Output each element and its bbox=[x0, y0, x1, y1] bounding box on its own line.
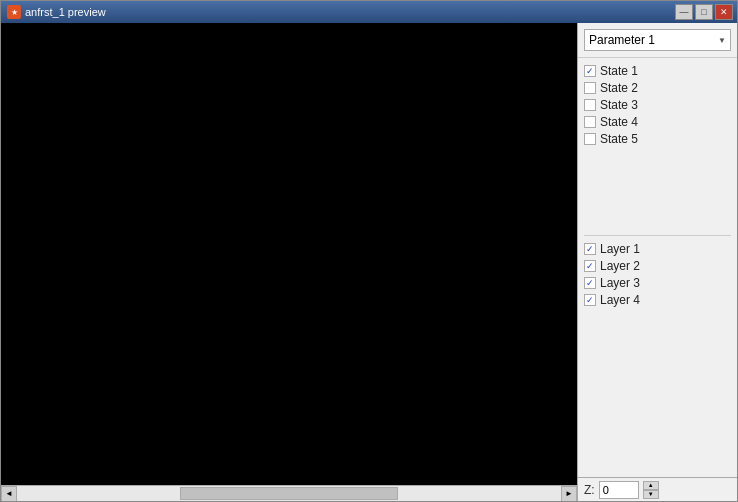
close-button[interactable]: ✕ bbox=[715, 4, 733, 20]
layer-item-1[interactable]: Layer 1 bbox=[584, 242, 731, 256]
state-4-checkbox[interactable] bbox=[584, 116, 596, 128]
dropdown-arrow-icon: ▼ bbox=[718, 36, 726, 45]
dropdown-label: Parameter 1 bbox=[589, 33, 655, 47]
layer-item-2[interactable]: Layer 2 bbox=[584, 259, 731, 273]
state-4-label: State 4 bbox=[600, 115, 638, 129]
state-5-checkbox[interactable] bbox=[584, 133, 596, 145]
scene-image bbox=[12, 94, 567, 414]
z-decrement-button[interactable]: ▼ bbox=[643, 490, 659, 499]
panel-spacer bbox=[578, 316, 737, 477]
title-bar-left: ★ anfrst_1 preview bbox=[7, 5, 106, 19]
layer-2-checkbox[interactable] bbox=[584, 260, 596, 272]
dropdown-area: Parameter 1 ▼ bbox=[578, 23, 737, 58]
minimize-button[interactable]: — bbox=[675, 4, 693, 20]
layer-1-checkbox[interactable] bbox=[584, 243, 596, 255]
scroll-thumb[interactable] bbox=[180, 487, 398, 500]
state-5-label: State 5 bbox=[600, 132, 638, 146]
layers-section: Layer 1 Layer 2 Layer 3 Layer 4 bbox=[578, 240, 737, 316]
state-1-label: State 1 bbox=[600, 64, 638, 78]
main-content: ◄ ► Parameter 1 ▼ State 1 bbox=[1, 23, 737, 501]
canvas-viewport bbox=[1, 23, 577, 485]
right-panel: Parameter 1 ▼ State 1 State 2 State 3 bbox=[577, 23, 737, 501]
layer-4-label: Layer 4 bbox=[600, 293, 640, 307]
panel-divider bbox=[584, 235, 731, 236]
state-item-4[interactable]: State 4 bbox=[584, 115, 731, 129]
layer-1-label: Layer 1 bbox=[600, 242, 640, 256]
state-3-checkbox[interactable] bbox=[584, 99, 596, 111]
black-bottom-bar bbox=[12, 159, 567, 224]
state-2-checkbox[interactable] bbox=[584, 82, 596, 94]
black-top-bar bbox=[12, 94, 567, 159]
state-2-label: State 2 bbox=[600, 81, 638, 95]
parameter-dropdown[interactable]: Parameter 1 ▼ bbox=[584, 29, 731, 51]
scroll-right-button[interactable]: ► bbox=[561, 486, 577, 502]
state-item-2[interactable]: State 2 bbox=[584, 81, 731, 95]
state-item-1[interactable]: State 1 bbox=[584, 64, 731, 78]
layer-4-checkbox[interactable] bbox=[584, 294, 596, 306]
z-value-bar: Z: ▲ ▼ bbox=[578, 477, 737, 501]
canvas-area: ◄ ► bbox=[1, 23, 577, 501]
z-label: Z: bbox=[584, 483, 595, 497]
z-spinner: ▲ ▼ bbox=[643, 481, 659, 499]
window-controls: — □ ✕ bbox=[675, 4, 733, 20]
states-section: State 1 State 2 State 3 State 4 State 5 bbox=[578, 58, 737, 231]
layer-3-checkbox[interactable] bbox=[584, 277, 596, 289]
app-icon: ★ bbox=[7, 5, 21, 19]
main-window: ★ anfrst_1 preview — □ ✕ bbox=[0, 0, 738, 502]
state-item-5[interactable]: State 5 bbox=[584, 132, 731, 146]
maximize-button[interactable]: □ bbox=[695, 4, 713, 20]
z-increment-button[interactable]: ▲ bbox=[643, 481, 659, 490]
horizontal-scrollbar[interactable]: ◄ ► bbox=[1, 485, 577, 501]
scroll-left-button[interactable]: ◄ bbox=[1, 486, 17, 502]
z-input[interactable] bbox=[599, 481, 639, 499]
window-title: anfrst_1 preview bbox=[25, 6, 106, 18]
layer-3-label: Layer 3 bbox=[600, 276, 640, 290]
layer-2-label: Layer 2 bbox=[600, 259, 640, 273]
title-bar: ★ anfrst_1 preview — □ ✕ bbox=[1, 1, 737, 23]
layer-item-4[interactable]: Layer 4 bbox=[584, 293, 731, 307]
layer-item-3[interactable]: Layer 3 bbox=[584, 276, 731, 290]
state-1-checkbox[interactable] bbox=[584, 65, 596, 77]
state-item-3[interactable]: State 3 bbox=[584, 98, 731, 112]
scroll-track[interactable] bbox=[17, 486, 561, 501]
state-3-label: State 3 bbox=[600, 98, 638, 112]
